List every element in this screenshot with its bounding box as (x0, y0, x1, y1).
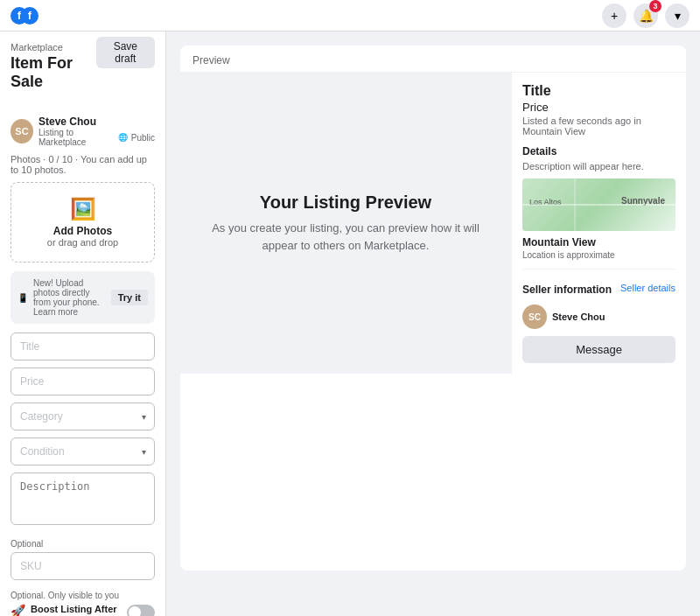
user-info: Steve Chou Listing to Marketplace 🌐 Publ… (38, 116, 155, 147)
map-svg (522, 178, 676, 231)
fb-icon: f f (10, 2, 38, 30)
topbar-left: f f (10, 2, 38, 30)
category-wrapper: Category ▾ (10, 402, 155, 430)
preview-seller-row: Seller information Seller details (522, 276, 676, 299)
preview-title: Title (522, 83, 676, 99)
boost-toggle-header: 🚀 Boost Listing After Publish (10, 604, 155, 616)
svg-text:f: f (28, 9, 32, 22)
right-panel: Preview Your Listing Preview As you crea… (166, 32, 700, 616)
preview-listed: Listed a few seconds ago in Mountain Vie… (522, 116, 676, 136)
preview-main-text: Your Listing Preview (260, 192, 431, 213)
photos-label: Photos · 0 / 10 · You can add up to 10 p… (10, 154, 155, 175)
preview-location: Mountain View (522, 236, 676, 248)
preview-image-area: Your Listing Preview As you create your … (180, 73, 511, 374)
preview-separator (522, 269, 676, 270)
page-title: Item For Sale (10, 54, 96, 91)
seller-name: Steve Chou (552, 312, 606, 322)
boost-toggle-title: Boost Listing After Publish (31, 604, 122, 616)
preview-seller-label: Seller information (522, 284, 612, 296)
seller-details-link[interactable]: Seller details (620, 283, 676, 293)
price-input[interactable] (10, 368, 155, 396)
phone-upload-text: New! Upload photos directly from your ph… (33, 278, 106, 317)
add-button[interactable]: + (602, 4, 626, 28)
description-textarea[interactable] (10, 472, 155, 525)
photo-upload-sub: or drag and drop (25, 237, 140, 248)
preview-price: Price (522, 101, 676, 114)
category-select[interactable]: Category (10, 402, 155, 430)
preview-body: Your Listing Preview As you create your … (180, 73, 686, 374)
preview-seller-info: SC Steve Chou (522, 304, 676, 329)
condition-wrapper: Condition ▾ (10, 438, 155, 466)
sku-input[interactable] (10, 552, 155, 580)
photo-upload-icon: 🖼️ (25, 197, 140, 221)
globe-icon: 🌐 (118, 133, 128, 142)
preview-desc: Description will appear here. (522, 161, 676, 172)
photo-upload-text: Add Photos (25, 225, 140, 237)
condition-select[interactable]: Condition (10, 438, 155, 466)
phone-icon: 📱 (18, 293, 28, 303)
photo-upload-area[interactable]: 🖼️ Add Photos or drag and drop (10, 182, 155, 262)
optional-label: Optional (10, 539, 155, 549)
boost-toggle-switch[interactable] (127, 605, 155, 616)
notification-badge: 3 (649, 0, 662, 12)
notifications-button[interactable]: 🔔 3 (634, 4, 658, 28)
preview-sub-text: As you create your listing, you can prev… (198, 220, 494, 254)
seller-avatar: SC (522, 304, 547, 329)
user-row: SC Steve Chou Listing to Marketplace 🌐 P… (10, 116, 155, 147)
account-menu-button[interactable]: ▾ (665, 4, 690, 28)
save-draft-button[interactable]: Save draft (96, 37, 155, 68)
preview-info-panel: Title Price Listed a few seconds ago in … (511, 73, 686, 374)
user-sub: Listing to Marketplace 🌐 Public (38, 128, 155, 147)
preview-details-label: Details (522, 145, 676, 158)
user-name: Steve Chou (38, 116, 155, 128)
topbar: f f + 🔔 3 ▾ (0, 0, 700, 32)
preview-location-sub: Location is approximate (522, 250, 676, 260)
title-input[interactable] (10, 332, 155, 360)
preview-label: Preview (180, 46, 686, 73)
avatar: SC (10, 119, 33, 144)
only-visible-label: Optional. Only visible to you (10, 591, 155, 600)
boost-icon: 🚀 (10, 604, 25, 616)
phone-upload-row: 📱 New! Upload photos directly from your … (10, 271, 155, 324)
boost-toggle-row: 🚀 Boost Listing After Publish Add a step… (10, 604, 155, 616)
boost-toggle-knob (129, 606, 141, 616)
main-layout: Marketplace Item For Sale Save draft SC … (0, 32, 700, 616)
try-it-button[interactable]: Try it (111, 290, 148, 305)
left-panel-content: Marketplace Item For Sale Save draft SC … (0, 32, 165, 616)
left-panel: Marketplace Item For Sale Save draft SC … (0, 32, 166, 616)
preview-map: Los Altos Sunnyvale (522, 178, 676, 231)
preview-card: Preview Your Listing Preview As you crea… (180, 46, 686, 570)
message-button[interactable]: Message (522, 336, 676, 363)
topbar-right: + 🔔 3 ▾ (602, 4, 690, 28)
